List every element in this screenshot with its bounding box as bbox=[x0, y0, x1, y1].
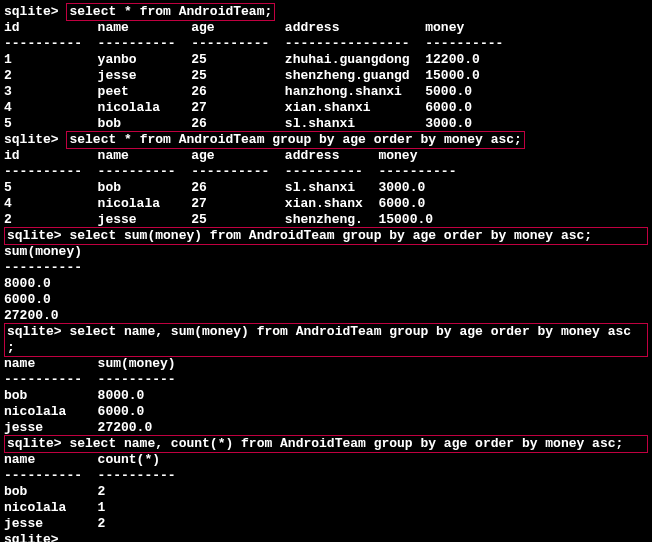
query-2: select * from AndroidTeam group by age o… bbox=[66, 131, 524, 149]
prompt-line-3: sqlite> select sum(money) from AndroidTe… bbox=[7, 228, 645, 244]
table-row: 3 peet 26 hanzhong.shanxi 5000.0 bbox=[4, 84, 648, 100]
separator-2: ---------- ---------- ---------- -------… bbox=[4, 164, 648, 180]
header-2: id name age address money bbox=[4, 148, 648, 164]
table-row: 1 yanbo 25 zhuhai.guangdong 12200.0 bbox=[4, 52, 648, 68]
separator-4: ---------- ---------- bbox=[4, 372, 648, 388]
query-1: select * from AndroidTeam; bbox=[66, 3, 275, 21]
separator-5: ---------- ---------- bbox=[4, 468, 648, 484]
separator-3: ---------- bbox=[4, 260, 648, 276]
table-row: nicolala 6000.0 bbox=[4, 404, 648, 420]
table-row: 27200.0 bbox=[4, 308, 648, 324]
query-5: select name, count(*) from AndroidTeam g… bbox=[62, 436, 624, 451]
sqlite-prompt: sqlite> bbox=[7, 324, 62, 339]
query-4: select name, sum(money) from AndroidTeam… bbox=[62, 324, 632, 339]
table-row: 5 bob 26 sl.shanxi 3000.0 bbox=[4, 116, 648, 132]
table-row: bob 2 bbox=[4, 484, 648, 500]
header-1: id name age address money bbox=[4, 20, 648, 36]
sqlite-prompt: sqlite> bbox=[4, 532, 59, 542]
sqlite-prompt: sqlite> bbox=[7, 228, 62, 243]
table-row: nicolala 1 bbox=[4, 500, 648, 516]
table-row: 6000.0 bbox=[4, 292, 648, 308]
prompt-line-6[interactable]: sqlite> bbox=[4, 532, 648, 542]
table-row: 5 bob 26 sl.shanxi 3000.0 bbox=[4, 180, 648, 196]
prompt-line-4: sqlite> select name, sum(money) from And… bbox=[7, 324, 645, 340]
prompt-line-5: sqlite> select name, count(*) from Andro… bbox=[7, 436, 645, 452]
header-5: name count(*) bbox=[4, 452, 648, 468]
table-row: 2 jesse 25 shenzheng.guangd 15000.0 bbox=[4, 68, 648, 84]
table-row: 2 jesse 25 shenzheng. 15000.0 bbox=[4, 212, 648, 228]
table-row: 4 nicolala 27 xian.shanx 6000.0 bbox=[4, 196, 648, 212]
prompt-line-2: sqlite> select * from AndroidTeam group … bbox=[4, 132, 648, 148]
table-row: 4 nicolala 27 xian.shanxi 6000.0 bbox=[4, 100, 648, 116]
query-5-block: sqlite> select name, count(*) from Andro… bbox=[4, 435, 648, 453]
table-row: 8000.0 bbox=[4, 276, 648, 292]
separator-1: ---------- ---------- ---------- -------… bbox=[4, 36, 648, 52]
header-4: name sum(money) bbox=[4, 356, 648, 372]
query-3: select sum(money) from AndroidTeam group… bbox=[62, 228, 593, 243]
header-3: sum(money) bbox=[4, 244, 648, 260]
sqlite-prompt: sqlite> bbox=[4, 4, 59, 19]
sqlite-prompt: sqlite> bbox=[7, 436, 62, 451]
sqlite-prompt: sqlite> bbox=[4, 132, 59, 147]
table-row: bob 8000.0 bbox=[4, 388, 648, 404]
table-row: jesse 27200.0 bbox=[4, 420, 648, 436]
table-row: jesse 2 bbox=[4, 516, 648, 532]
query-4-block: sqlite> select name, sum(money) from And… bbox=[4, 323, 648, 357]
query-3-block: sqlite> select sum(money) from AndroidTe… bbox=[4, 227, 648, 245]
query-4-continuation: ; bbox=[7, 340, 645, 356]
prompt-line-1: sqlite> select * from AndroidTeam; bbox=[4, 4, 648, 20]
